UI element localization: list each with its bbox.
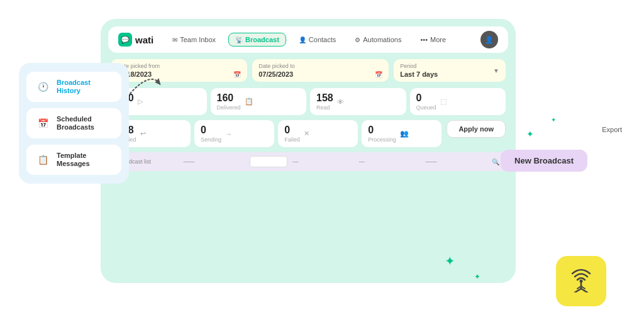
sidebar-item-scheduled-broadcasts[interactable]: 📅 ScheduledBroadcasts — [26, 108, 121, 138]
stat-processing-number: 0 — [368, 125, 396, 136]
svg-line-3 — [575, 289, 581, 292]
nav-more-label: More — [430, 36, 446, 43]
stat-processing-label: Processing — [368, 136, 396, 143]
stats-row-2: 148 Replied ↩ 0 Sending → — [111, 120, 441, 147]
inbox-icon: ✉ — [172, 36, 177, 43]
stat-queued: 0 Queued ⬚ — [410, 88, 506, 115]
export-label-text: Export — [602, 126, 622, 133]
svg-line-4 — [581, 289, 587, 292]
stat-processing: 0 Processing 👥 — [362, 120, 441, 147]
sidebar-broadcast-history-label: BroadcastHistory — [57, 79, 91, 95]
sidebar-item-template-messages[interactable]: 📋 TemplateMessages — [26, 145, 121, 175]
apply-now-button[interactable]: Apply now — [447, 120, 506, 138]
logo: 💬 wati — [118, 33, 153, 47]
action-buttons-group: Apply now — [447, 120, 506, 138]
tower-icon — [567, 265, 595, 298]
sending-icon: → — [225, 130, 232, 138]
nav-bar: 💬 wati ✉ Team Inbox 📡 Broadcast 👤 Contac… — [108, 26, 508, 53]
delivered-icon: 📋 — [245, 97, 253, 106]
stat-queued-label: Queued — [416, 104, 436, 111]
sparkle-2: ✦ — [551, 116, 556, 123]
table-col-3: — — [292, 158, 354, 165]
calendar-to-icon: 📅 — [375, 71, 382, 78]
broadcast-nav-icon: 📡 — [235, 36, 243, 43]
stat-sending-label: Sending — [201, 136, 221, 143]
nav-automations[interactable]: ⚙ Automations — [348, 33, 408, 46]
scene: 💬 wati ✉ Team Inbox 📡 Broadcast 👤 Contac… — [0, 0, 644, 322]
date-to-label: Date picked to — [258, 63, 382, 69]
broadcast-history-icon: 🕐 — [34, 78, 52, 96]
read-icon: 👁 — [337, 98, 344, 106]
table-header: Broadcast list —— — — —— 🔍 — [111, 152, 506, 171]
nav-broadcast[interactable]: 📡 Broadcast — [228, 33, 286, 47]
table-search-input[interactable] — [250, 156, 287, 167]
nav-contacts-label: Contacts — [309, 36, 336, 43]
queued-icon: ⬚ — [440, 97, 447, 106]
date-to-box[interactable]: Date picked to 07/25/2023 📅 — [252, 59, 389, 82]
sidebar-panel: 🕐 BroadcastHistory 📅 ScheduledBroadcasts… — [19, 63, 129, 184]
nav-team-inbox-label: Team Inbox — [180, 36, 216, 43]
new-broadcast-button[interactable]: New Broadcast — [501, 150, 587, 172]
scheduled-broadcasts-icon: 📅 — [34, 114, 52, 132]
failed-icon: ✕ — [304, 130, 309, 138]
date-filter-row: Date picked from 07/18/2023 📅 Date picke… — [111, 59, 506, 82]
stat-sending: 0 Sending → — [194, 120, 274, 147]
table-col-4: — — [359, 158, 421, 165]
nav-more[interactable]: ••• More — [414, 33, 452, 46]
stats-actions-row: 148 Replied ↩ 0 Sending → — [111, 120, 506, 147]
new-broadcast-label: New Broadcast — [514, 156, 574, 165]
stat-failed: 0 Failed ✕ — [278, 120, 358, 147]
stat-delivered: 160 Delivered 📋 — [211, 88, 307, 115]
period-box[interactable]: Period Last 7 days ▼ — [394, 59, 506, 82]
more-dots-icon: ••• — [420, 36, 428, 43]
nav-contacts[interactable]: 👤 Contacts — [292, 33, 342, 46]
stat-delivered-label: Delivered — [217, 104, 241, 111]
stat-read-number: 158 — [316, 92, 333, 104]
date-to-value: 07/25/2023 📅 — [258, 70, 382, 78]
sidebar-item-broadcast-history[interactable]: 🕐 BroadcastHistory — [26, 72, 121, 102]
stat-failed-number: 0 — [284, 125, 300, 136]
period-label: Period — [400, 63, 438, 69]
sparkle-4: ✦ — [474, 272, 480, 281]
replied-icon: ↩ — [140, 130, 146, 138]
nav-automations-label: Automations — [363, 36, 401, 43]
period-value: Last 7 days — [400, 70, 438, 78]
stat-failed-label: Failed — [284, 136, 300, 143]
stat-sending-number: 0 — [201, 125, 221, 136]
calendar-from-icon: 📅 — [233, 71, 241, 78]
svg-marker-0 — [155, 77, 162, 85]
sparkle-1: ✦ — [526, 129, 534, 139]
template-messages-icon: 📋 — [34, 151, 52, 169]
logo-text: wati — [135, 35, 153, 45]
stats-row-1: 160 Sent ▷ 160 Delivered 📋 158 Read — [111, 88, 506, 115]
processing-icon: 👥 — [400, 130, 409, 138]
search-icon: 🔍 — [492, 158, 499, 165]
automations-icon: ⚙ — [355, 36, 360, 43]
stat-delivered-number: 160 — [217, 92, 241, 104]
broadcast-tower-container — [556, 256, 606, 306]
chevron-down-icon: ▼ — [493, 67, 499, 74]
nav-team-inbox[interactable]: ✉ Team Inbox — [166, 33, 222, 46]
table-col-2: —— — [184, 158, 245, 165]
logo-icon: 💬 — [118, 33, 132, 47]
sidebar-template-label: TemplateMessages — [57, 152, 90, 168]
stat-queued-number: 0 — [416, 92, 436, 104]
stat-read: 158 Read 👁 — [310, 88, 406, 115]
stat-read-label: Read — [316, 104, 333, 111]
sidebar-scheduled-label: ScheduledBroadcasts — [57, 115, 94, 131]
app-container: 💬 wati ✉ Team Inbox 📡 Broadcast 👤 Contac… — [101, 19, 516, 283]
table-col-5: —— — [425, 158, 487, 165]
user-avatar[interactable]: 👤 — [480, 31, 498, 48]
sparkle-3: ✦ — [445, 253, 455, 269]
nav-broadcast-label: Broadcast — [245, 36, 279, 43]
export-button[interactable]: Export — [602, 126, 622, 133]
contacts-icon: 👤 — [299, 36, 306, 43]
